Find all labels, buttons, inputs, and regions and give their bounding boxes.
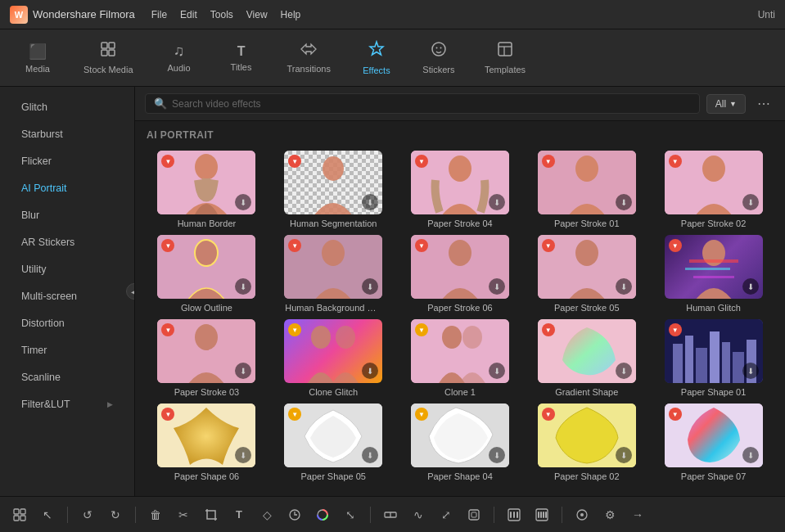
- nav-templates[interactable]: Templates: [471, 36, 539, 79]
- toolbar-redo[interactable]: ↻: [104, 503, 127, 526]
- nav-titles[interactable]: T Titles: [212, 39, 271, 77]
- effect-paper-stroke-03[interactable]: ▼ ⬇ Paper Stroke 03: [143, 316, 270, 400]
- toolbar-transform[interactable]: ⤡: [339, 503, 362, 526]
- toolbar-multi-select[interactable]: [8, 503, 31, 526]
- sidebar-item-timer[interactable]: Timer: [5, 337, 129, 363]
- nav-effects[interactable]: Effects: [347, 35, 406, 80]
- toolbar-audio-mix[interactable]: [571, 503, 593, 526]
- sidebar-item-flicker[interactable]: Flicker: [5, 148, 129, 174]
- sidebar-item-glitch[interactable]: Glitch: [5, 94, 129, 120]
- effect-paper-shape-06[interactable]: ▼ ⬇ Paper Shape 06: [143, 400, 270, 485]
- download-paper-stroke-02[interactable]: ⬇: [742, 194, 759, 210]
- effect-human-bg-blur[interactable]: ▼ ⬇ Human Background Bl...: [270, 232, 397, 316]
- effect-paper-stroke-06[interactable]: ▼ ⬇ Paper Stroke 06: [397, 232, 524, 316]
- search-icon: 🔍: [154, 97, 167, 110]
- menu-tools[interactable]: Tools: [210, 9, 233, 20]
- search-more-button[interactable]: ⋯: [752, 94, 775, 113]
- toolbar-keyframe[interactable]: ◇: [255, 503, 278, 526]
- content-area: 🔍 All ▼ ⋯ AI PORTRAIT ▼: [135, 87, 785, 496]
- effect-paper-stroke-01[interactable]: ▼ ⬇ Paper Stroke 01: [523, 147, 650, 232]
- download-clone-1[interactable]: ⬇: [489, 363, 505, 379]
- sidebar-item-ar-stickers[interactable]: AR Stickers: [5, 229, 129, 255]
- nav-audio[interactable]: ♫ Audio: [150, 38, 209, 78]
- audio-icon: ♫: [174, 43, 185, 60]
- download-paper-shape-04[interactable]: ⬇: [489, 447, 505, 463]
- effect-name-human-border: Human Border: [178, 219, 237, 228]
- search-input[interactable]: [172, 98, 691, 110]
- sidebar-item-starburst[interactable]: Starburst: [5, 121, 129, 147]
- download-paper-stroke-05[interactable]: ⬇: [616, 278, 632, 295]
- toolbar-undo[interactable]: ↺: [76, 503, 99, 526]
- effect-paper-stroke-04[interactable]: ▼ ⬇ Paper Stroke 04: [397, 147, 524, 232]
- sidebar-item-scanline[interactable]: Scanline: [5, 364, 129, 390]
- toolbar-zoom-out-timeline[interactable]: [503, 503, 526, 526]
- download-paper-shape-02[interactable]: ⬇: [616, 447, 632, 463]
- menu-file[interactable]: File: [151, 9, 167, 20]
- toolbar-settings[interactable]: ⚙: [598, 503, 621, 526]
- filter-lut-label: Filter&LUT: [21, 399, 70, 410]
- toolbar-stabilize[interactable]: [462, 503, 485, 526]
- effect-paper-stroke-05[interactable]: ▼ ⬇ Paper Stroke 05: [523, 232, 650, 316]
- sidebar-item-distortion[interactable]: Distortion: [5, 310, 129, 336]
- svg-rect-30: [685, 268, 730, 270]
- toolbar-text[interactable]: T: [228, 503, 250, 526]
- svg-point-7: [440, 47, 441, 49]
- effect-paper-shape-04[interactable]: ▼ ⬇ Paper Shape 04: [397, 400, 524, 485]
- effect-paper-shape-07[interactable]: ▼ ⬇: [650, 400, 777, 485]
- toolbar-cut[interactable]: ✂: [172, 503, 195, 526]
- download-paper-shape-07[interactable]: ⬇: [742, 447, 759, 463]
- sidebar-item-blur[interactable]: Blur: [5, 202, 129, 228]
- effect-name-paper-stroke-02: Paper Stroke 02: [681, 219, 747, 228]
- toolbar-zoom-in-timeline[interactable]: [530, 503, 553, 526]
- stickers-icon: [431, 41, 447, 61]
- effect-paper-shape-05[interactable]: ▼ ⬇ Paper Shape 05: [270, 400, 397, 485]
- effect-thumb-paper-shape-06: ▼ ⬇: [157, 404, 255, 467]
- effect-thumb-paper-shape-07: ▼ ⬇: [665, 404, 763, 467]
- toolbar-export[interactable]: →: [626, 503, 649, 526]
- download-paper-stroke-04[interactable]: ⬇: [489, 194, 505, 210]
- toolbar-motion[interactable]: ⤢: [435, 503, 458, 526]
- search-input-wrap[interactable]: 🔍: [145, 93, 700, 114]
- search-filter-dropdown[interactable]: All ▼: [706, 94, 746, 114]
- effect-glow-outline[interactable]: ▼ ⬇ Glow Outline: [143, 232, 270, 316]
- effect-paper-stroke-02[interactable]: ▼ ⬇ Paper Stroke 02: [650, 147, 777, 232]
- effect-human-segmentation[interactable]: ▼ ⬇ Human Segmentation: [270, 147, 397, 232]
- toolbar-delete[interactable]: 🗑: [144, 503, 167, 526]
- effect-thumb-paper-shape-02: ▼ ⬇: [538, 404, 636, 467]
- download-human-glitch[interactable]: ⬇: [742, 278, 759, 295]
- effect-gradient-shape[interactable]: ▼ ⬇ Gradient Shape: [523, 316, 650, 400]
- sidebar-item-multi-screen[interactable]: Multi-screen: [5, 283, 129, 309]
- svg-rect-43: [696, 348, 707, 383]
- sidebar-item-filter-lut[interactable]: Filter&LUT ▶: [5, 391, 129, 417]
- effect-paper-shape-02[interactable]: ▼ ⬇ Paper Shape 02: [523, 400, 650, 485]
- effect-paper-shape-01[interactable]: ▼ ⬇ Paper Shape 01: [650, 316, 777, 400]
- sidebar-item-utility[interactable]: Utility: [5, 256, 129, 282]
- effect-thumb-glow-outline: ▼ ⬇: [157, 235, 255, 299]
- toolbar-crop[interactable]: [200, 503, 223, 526]
- download-paper-stroke-06[interactable]: ⬇: [489, 278, 505, 295]
- nav-stock[interactable]: Stock Media: [70, 36, 147, 79]
- nav-media[interactable]: ⬛ Media: [8, 38, 67, 79]
- download-paper-stroke-01[interactable]: ⬇: [616, 194, 632, 210]
- effect-clone-glitch[interactable]: ▼ ⬇ Clone Glitch: [270, 316, 397, 400]
- effect-human-border[interactable]: ▼ ⬇ Human Border: [143, 147, 270, 232]
- nav-transitions[interactable]: Transitions: [274, 37, 344, 79]
- toolbar-pointer[interactable]: ↖: [36, 503, 59, 526]
- effect-clone-1[interactable]: ▼ ⬇ Clone 1: [397, 316, 524, 400]
- effect-human-glitch[interactable]: ▼ ⬇ Human Glitch: [650, 232, 777, 316]
- sidebar-item-ai-portrait[interactable]: AI Portrait: [5, 175, 129, 201]
- toolbar-speed[interactable]: [283, 503, 306, 526]
- download-gradient-shape[interactable]: ⬇: [616, 363, 632, 379]
- top-nav: ⬛ Media Stock Media ♫ Audio T Titles Tra…: [0, 29, 785, 87]
- templates-icon: [497, 41, 513, 61]
- menu-edit[interactable]: Edit: [180, 9, 197, 20]
- toolbar-audio-split[interactable]: ∿: [407, 503, 430, 526]
- toolbar-split[interactable]: [379, 503, 402, 526]
- effect-thumb-paper-stroke-04: ▼ ⬇: [411, 151, 509, 214]
- nav-stickers[interactable]: Stickers: [409, 36, 468, 79]
- download-paper-shape-01[interactable]: ⬇: [742, 363, 759, 379]
- toolbar-color[interactable]: [311, 503, 334, 526]
- svg-point-23: [322, 240, 345, 266]
- menu-help[interactable]: Help: [281, 9, 301, 20]
- menu-view[interactable]: View: [246, 9, 268, 20]
